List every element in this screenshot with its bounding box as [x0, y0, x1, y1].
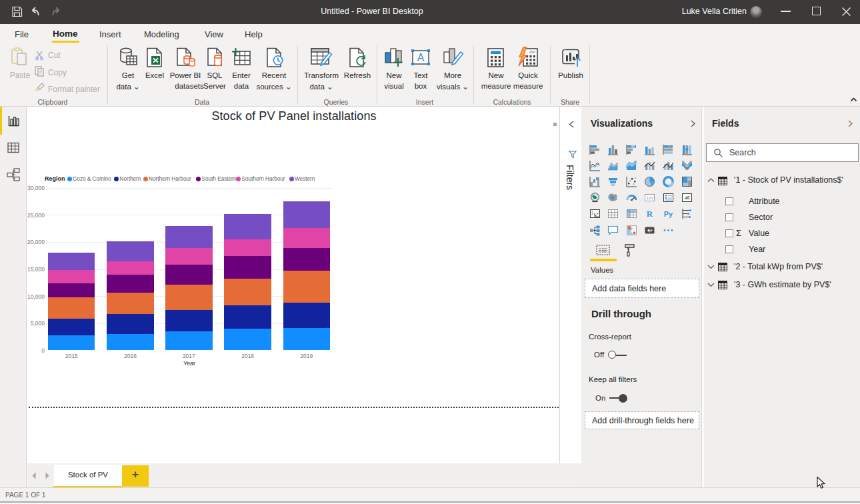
svg-text:Py: Py	[664, 210, 673, 218]
svg-text:A: A	[417, 52, 425, 63]
svg-text:R: R	[647, 209, 653, 219]
svg-text:123: 123	[647, 196, 654, 200]
